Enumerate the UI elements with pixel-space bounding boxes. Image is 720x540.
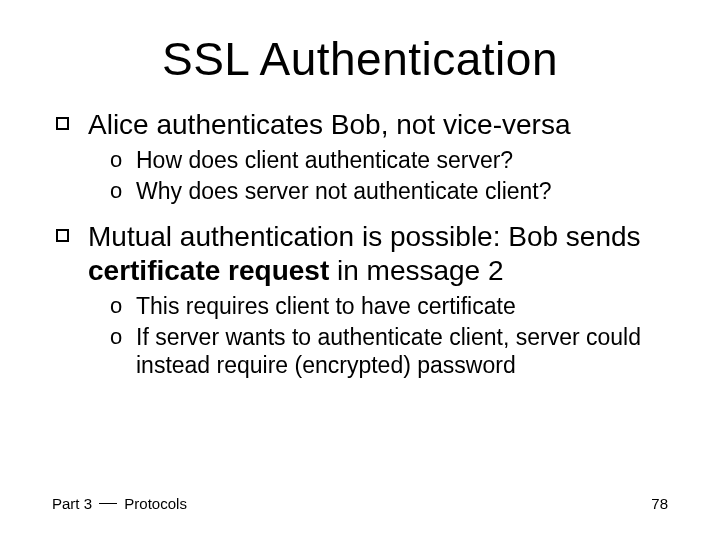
sub-bullet-text: If server wants to authenticate client, … xyxy=(136,324,641,379)
sub-bullet-list: o This requires client to have certifica… xyxy=(110,292,670,380)
sub-bullet-text: Why does server not authenticate client? xyxy=(136,178,552,204)
sub-bullet-item: o How does client authenticate server? xyxy=(110,146,670,175)
bullet-text-suffix: in message 2 xyxy=(329,255,503,286)
slide-title: SSL Authentication xyxy=(50,32,670,86)
circle-bullet-icon: o xyxy=(110,323,122,351)
bullet-item: Alice authenticates Bob, not vice-versa … xyxy=(50,108,670,206)
bullet-text-prefix: Mutual authentication is possible: Bob s… xyxy=(88,221,641,252)
sub-bullet-text: This requires client to have certificate xyxy=(136,293,516,319)
footer-part: Part 3 xyxy=(52,495,96,512)
sub-bullet-list: o How does client authenticate server? o… xyxy=(110,146,670,206)
bullet-list: Alice authenticates Bob, not vice-versa … xyxy=(50,108,670,380)
circle-bullet-icon: o xyxy=(110,146,122,174)
sub-bullet-item: o This requires client to have certifica… xyxy=(110,292,670,321)
emdash-icon xyxy=(99,503,117,504)
footer: Part 3 Protocols xyxy=(52,495,187,512)
square-bullet-icon xyxy=(56,117,69,130)
circle-bullet-icon: o xyxy=(110,292,122,320)
square-bullet-icon xyxy=(56,229,69,242)
bullet-text-bold: certificate request xyxy=(88,255,329,286)
footer-topic: Protocols xyxy=(120,495,187,512)
sub-bullet-item: o If server wants to authenticate client… xyxy=(110,323,670,381)
sub-bullet-text: How does client authenticate server? xyxy=(136,147,513,173)
bullet-item: Mutual authentication is possible: Bob s… xyxy=(50,220,670,381)
bullet-text: Alice authenticates Bob, not vice-versa xyxy=(88,109,570,140)
circle-bullet-icon: o xyxy=(110,177,122,205)
sub-bullet-item: o Why does server not authenticate clien… xyxy=(110,177,670,206)
page-number: 78 xyxy=(651,495,668,512)
slide: SSL Authentication Alice authenticates B… xyxy=(0,0,720,540)
